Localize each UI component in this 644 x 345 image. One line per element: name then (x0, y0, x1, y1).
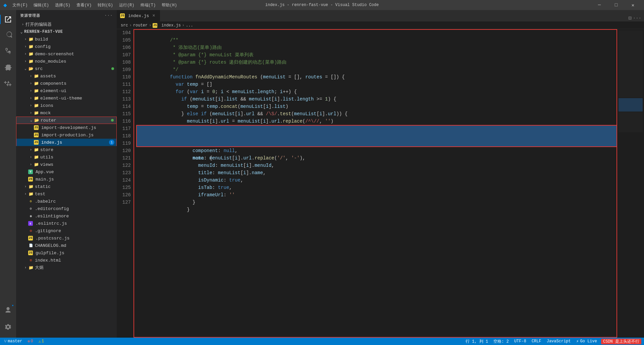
code-editor[interactable]: 104 105 106 107 108 109 110 111 112 113 … (117, 29, 644, 338)
folder-mock[interactable]: › 📁 mock (16, 109, 117, 117)
status-errors[interactable]: ⊗ 0 (26, 339, 34, 344)
menu-run[interactable]: 运行(R) (116, 1, 137, 9)
folder-build[interactable]: › 📁 build (16, 36, 117, 43)
sidebar-more-icon[interactable]: ··· (104, 13, 113, 18)
activity-settings[interactable] (0, 319, 16, 335)
project-root[interactable]: ⌄ RENREN-FAST-VUE (16, 28, 117, 36)
file-gitignore[interactable]: ⊙ .gitignore (16, 227, 117, 234)
folder-demo-screenshot[interactable]: › 📁 demo-screenshot (16, 50, 117, 58)
language-label: JavaScript (547, 339, 571, 344)
file-postcssrc[interactable]: JS .postcssrc.js (16, 234, 117, 242)
status-git[interactable]: ⑂ master (3, 339, 23, 344)
file-index-html[interactable]: ⊞ index.html (16, 257, 117, 264)
activity-extensions[interactable] (0, 76, 16, 92)
static-folder-icon: 📁 (28, 184, 34, 189)
activity-git[interactable] (0, 44, 16, 60)
folder-element-ui-theme[interactable]: › 📁 element-ui-theme (16, 94, 117, 102)
status-csdn[interactable]: CSDN 是上头还不行 (601, 339, 641, 344)
activity-debug[interactable] (0, 60, 16, 76)
file-editorconfig[interactable]: ⚙ .editorconfig (16, 205, 117, 212)
folder-utils[interactable]: › 📁 utils (16, 153, 117, 161)
folder-assets[interactable]: › 📁 assets (16, 72, 117, 80)
tab-label: index.js (128, 13, 149, 18)
menu-goto[interactable]: 转到(G) (95, 1, 116, 9)
window-title: index.js - renren-fast-vue - Visual Stud… (265, 3, 379, 7)
folder-node-modules[interactable]: › 📁 node_modules (16, 58, 117, 65)
maximize-button[interactable]: □ (608, 0, 624, 10)
main-js-label: main.js (36, 177, 54, 182)
file-import-development[interactable]: JS import-development.js (16, 124, 116, 131)
code-line-117: path: menuList[i].url.replace('/', '-'), (136, 125, 617, 132)
status-warnings[interactable]: ⚠ 1 (37, 339, 45, 344)
status-bar: ⑂ master ⊗ 0 ⚠ 1 行 1, 列 1 空格: 2 UTF-8 CR… (0, 338, 644, 345)
breadcrumb-index[interactable]: index.js (161, 23, 181, 28)
line-num-114: 114 (122, 103, 131, 110)
golive-icon: ⚡ (576, 339, 579, 344)
folder-icons[interactable]: › 📁 icons (16, 102, 117, 109)
minimize-button[interactable]: ─ (592, 0, 607, 10)
icons-label: icons (40, 103, 53, 108)
tab-actions: ⊡ ··· (626, 15, 644, 21)
file-main-js[interactable]: JS main.js (16, 176, 117, 183)
status-encoding[interactable]: UTF-8 (513, 339, 528, 344)
code-content[interactable]: /** * 添加动态(菜单)路由 * @param {*} menuList 菜… (133, 29, 617, 338)
index-js-badge: 1 (109, 140, 114, 145)
code-line-115: menuList[i].url = menuList[i].url.replac… (136, 110, 617, 118)
folder-src[interactable]: ⌄ 📂 src (16, 65, 117, 72)
code-line-116: var route = { (136, 118, 617, 125)
folder-static[interactable]: › 📁 static (16, 183, 117, 190)
postcssrc-label: .postcssrc.js (36, 236, 69, 241)
file-eslintrc[interactable]: E .eslintrc.js (16, 220, 117, 227)
status-position[interactable]: 行 1, 列 1 (464, 339, 489, 344)
folder-store[interactable]: › 📁 store (16, 146, 117, 153)
activity-search[interactable] (0, 27, 16, 44)
error-icon: ⊗ (28, 339, 30, 344)
file-gulpfile[interactable]: JS gulpfile.js (16, 249, 117, 257)
dabing-label: 大炳 (35, 265, 44, 271)
open-editors-header[interactable]: › 打开的编辑器 (16, 21, 117, 28)
split-editor-icon[interactable]: ⊡ (628, 15, 632, 21)
breadcrumb-src[interactable]: src (121, 23, 128, 28)
components-arrow: › (28, 81, 34, 86)
folder-test[interactable]: › 📁 test (16, 190, 117, 198)
file-index-js[interactable]: JS index.js 1 (16, 139, 116, 146)
status-golive[interactable]: ⚡ Go Live (575, 339, 598, 344)
file-eslintignore[interactable]: ◉ .eslintignore (16, 212, 117, 220)
static-arrow: › (23, 184, 28, 189)
warning-count: 1 (42, 339, 44, 344)
folder-config[interactable]: › 📁 config (16, 43, 117, 50)
activity-account[interactable] (0, 302, 16, 318)
tab-index-js[interactable]: JS index.js × (117, 10, 160, 21)
activity-explorer[interactable] (0, 11, 16, 27)
folder-dabing[interactable]: › 📁 大炳 (16, 264, 117, 271)
icons-arrow: › (28, 103, 34, 108)
menu-select[interactable]: 选择(S) (52, 1, 73, 9)
status-eol[interactable]: CRLF (530, 339, 543, 344)
menu-file[interactable]: 文件(F) (10, 1, 31, 9)
tab-more-icon[interactable]: ··· (633, 15, 641, 21)
menu-edit[interactable]: 编辑(E) (31, 1, 52, 9)
folder-router[interactable]: ⌄ 📂 router (16, 117, 117, 124)
menu-view[interactable]: 查看(V) (74, 1, 95, 9)
file-changelog[interactable]: 📄 CHANGELOG.md (16, 242, 117, 249)
file-babelrc[interactable]: ⚙ .babelrc (16, 198, 117, 205)
close-button[interactable]: ✕ (625, 0, 641, 10)
file-app-vue[interactable]: V App.vue (16, 168, 117, 176)
folder-element-ui[interactable]: › 📁 element-ui (16, 87, 117, 94)
sidebar: 资源管理器 ··· › 打开的编辑器 ⌄ RENREN-FAST-VUE › 📁… (16, 10, 117, 338)
folder-components[interactable]: › 📁 components (16, 80, 117, 87)
tab-close-button[interactable]: × (151, 13, 156, 18)
status-language[interactable]: JavaScript (545, 339, 572, 344)
menu-terminal[interactable]: 终端(T) (138, 1, 159, 9)
file-import-production[interactable]: JS import-production.js (16, 131, 116, 139)
test-label: test (35, 192, 45, 197)
menu-help[interactable]: 帮助(H) (159, 1, 180, 9)
code-line-110: var temp = [] (136, 73, 617, 81)
static-label: static (35, 184, 51, 189)
import-dev-js-icon: JS (34, 125, 39, 130)
breadcrumb-router[interactable]: router (133, 23, 148, 28)
status-spaces[interactable]: 空格: 2 (492, 339, 510, 344)
folder-views[interactable]: › 📁 views (16, 161, 117, 168)
code-line-112: if (menuList[i].list && menuList[i].list… (136, 88, 617, 95)
code-line-113: temp = temp.concat(menuList[i].list) (136, 95, 617, 103)
